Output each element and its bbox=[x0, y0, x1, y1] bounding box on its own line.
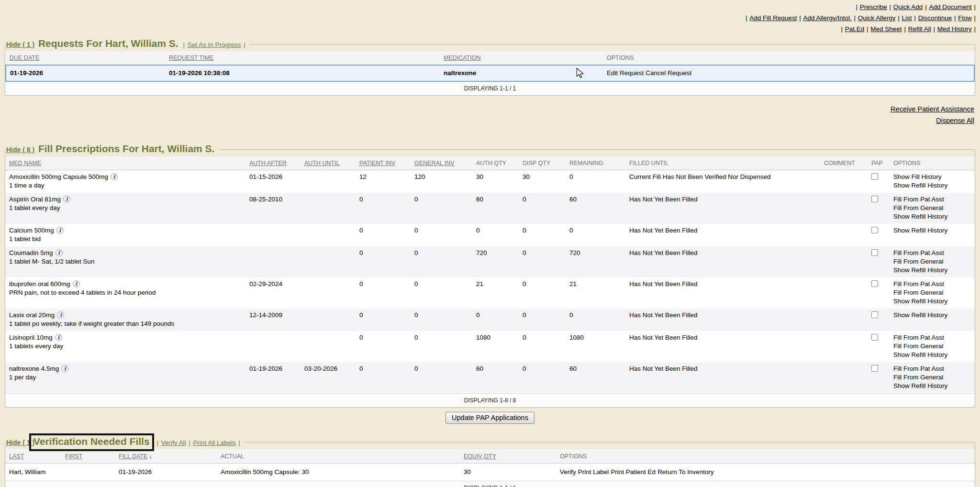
info-icon[interactable]: i bbox=[56, 249, 63, 256]
row-option-link[interactable]: Show Refill History bbox=[893, 382, 971, 390]
column-header-label[interactable]: AUTH UNTIL bbox=[304, 160, 340, 166]
info-icon[interactable]: i bbox=[111, 173, 118, 180]
nav-link-flow[interactable]: Flow bbox=[958, 14, 972, 22]
column-header-equiv-qty[interactable]: EQUIV QTY bbox=[460, 449, 556, 464]
row-option-link[interactable]: Fill From General bbox=[893, 288, 971, 297]
pap-cell bbox=[868, 309, 890, 331]
filled-until-cell: Has Not Yet Been Filled bbox=[625, 193, 820, 224]
verify-all-link[interactable]: Verify All bbox=[161, 439, 186, 446]
column-header-label[interactable]: EQUIV QTY bbox=[464, 453, 496, 460]
row-option-link[interactable]: Show Refill History bbox=[893, 226, 971, 235]
pap-checkbox[interactable] bbox=[871, 173, 878, 180]
info-icon[interactable]: i bbox=[56, 227, 64, 234]
column-header-label[interactable]: DUE DATE bbox=[10, 55, 39, 61]
remaining-cell: 0 bbox=[566, 170, 625, 193]
last-name-cell: Hart, William bbox=[5, 464, 61, 481]
nav-link-med-sheet[interactable]: Med Sheet bbox=[870, 25, 902, 33]
row-option-link[interactable]: Show Refill History bbox=[893, 212, 971, 221]
print-patient-ed-link[interactable]: Print Patient Ed bbox=[611, 468, 656, 476]
row-option-link[interactable]: Show Refill History bbox=[893, 297, 971, 306]
row-option-link[interactable]: Fill From Pat Asst bbox=[893, 195, 971, 204]
column-header-auth-after[interactable]: AUTH AFTER bbox=[245, 156, 301, 170]
column-header-label[interactable]: MEDICATION bbox=[444, 55, 481, 61]
row-option-link[interactable]: Show Refill History bbox=[893, 351, 971, 359]
separator: | bbox=[974, 3, 976, 11]
row-option-link[interactable]: Fill From Pat Asst bbox=[893, 333, 971, 342]
column-header-label[interactable]: AUTH AFTER bbox=[249, 160, 287, 166]
pap-checkbox[interactable] bbox=[871, 227, 878, 233]
column-header-fill-date[interactable]: FILL DATE↓ bbox=[115, 449, 217, 464]
column-header-label[interactable]: PATIENT INV bbox=[359, 160, 395, 166]
nav-link-quick-allergy[interactable]: Quick Allergy bbox=[858, 14, 896, 22]
comment-cell bbox=[820, 170, 868, 193]
column-header-auth-until[interactable]: AUTH UNTIL bbox=[301, 156, 356, 170]
row-option-link[interactable]: Show Fill History bbox=[893, 173, 971, 181]
column-header-label[interactable]: LAST bbox=[9, 453, 24, 460]
edit-request-link[interactable]: Edit Request bbox=[607, 69, 644, 77]
info-icon[interactable]: i bbox=[61, 365, 68, 372]
column-header-general-inv[interactable]: GENERAL INV bbox=[411, 156, 472, 170]
nav-link-prescribe[interactable]: Prescribe bbox=[860, 3, 887, 11]
info-icon[interactable]: i bbox=[63, 196, 70, 203]
pap-checkbox[interactable] bbox=[871, 311, 878, 318]
row-option-link[interactable]: Show Refill History bbox=[893, 266, 971, 275]
med-name-cell: Aspirin Oral 81mgi 1 tablet every day bbox=[5, 193, 245, 224]
row-option-link[interactable]: Fill From General bbox=[893, 204, 971, 212]
column-header-label[interactable]: REQUEST TIME bbox=[169, 55, 213, 61]
pap-checkbox[interactable] bbox=[871, 196, 878, 202]
column-header-patient-inv[interactable]: PATIENT INV bbox=[356, 156, 411, 170]
requests-header-row: DUE DATE REQUEST TIME MEDICATION OPTIONS bbox=[6, 51, 974, 65]
table-row[interactable]: 01-19-2026 01-19-2026 10:38:08 naltrexon… bbox=[6, 65, 974, 81]
row-option-link[interactable]: Fill From General bbox=[893, 342, 971, 351]
print-label-link[interactable]: Print Label bbox=[578, 468, 609, 476]
column-header-first[interactable]: FIRST bbox=[61, 449, 115, 464]
column-header-label[interactable]: GENERAL INV bbox=[414, 160, 455, 166]
dispense-all-link[interactable]: Dispense All bbox=[936, 117, 974, 124]
nav-link-discontinue[interactable]: Discontinue bbox=[918, 14, 952, 22]
column-header-due-date[interactable]: DUE DATE bbox=[6, 51, 165, 65]
column-header-label[interactable]: MED NAME bbox=[9, 160, 41, 166]
row-option-link[interactable]: Fill From Pat Asst bbox=[893, 365, 971, 373]
info-icon[interactable]: i bbox=[55, 334, 62, 341]
med-name-cell: naltrexone 4.5mgi 1 per day bbox=[5, 362, 245, 394]
nav-link-pat-ed[interactable]: Pat.Ed bbox=[845, 25, 865, 33]
row-option-link[interactable]: Fill From Pat Asst bbox=[893, 280, 971, 288]
auth-after-cell: 01-15-2026 bbox=[245, 170, 301, 193]
return-to-inventory-link[interactable]: Return To Inventory bbox=[657, 468, 714, 476]
row-option-link[interactable]: Show Refill History bbox=[893, 181, 971, 190]
disp-qty-cell: 0 bbox=[519, 331, 566, 362]
column-header-last[interactable]: LAST bbox=[5, 449, 61, 464]
nav-link-quick-add[interactable]: Quick Add bbox=[893, 3, 923, 11]
info-icon[interactable]: i bbox=[73, 280, 80, 288]
row-option-link[interactable]: Fill From General bbox=[893, 257, 971, 266]
row-option-link[interactable]: Fill From Pat Asst bbox=[893, 249, 971, 257]
nav-link-refill-all[interactable]: Refill All bbox=[908, 25, 931, 33]
cancel-request-link[interactable]: Cancel Request bbox=[646, 69, 691, 77]
pap-checkbox[interactable] bbox=[871, 334, 878, 341]
update-pap-applications-button[interactable]: Update PAP Applications bbox=[445, 412, 535, 424]
nav-link-med-history[interactable]: Med History bbox=[937, 25, 972, 33]
nav-link-add-fill-request[interactable]: Add Fill Request bbox=[749, 14, 797, 22]
print-all-labels-link[interactable]: Print All Labels bbox=[193, 439, 235, 446]
set-as-in-progress-link[interactable]: Set As In Progress bbox=[188, 41, 241, 48]
row-option-link[interactable]: Fill From General bbox=[893, 373, 971, 382]
requests-hide-link[interactable]: Hide ( 1 ) bbox=[6, 41, 34, 48]
verify-link[interactable]: Verify bbox=[560, 468, 576, 476]
row-option-link[interactable]: Show Refill History bbox=[893, 311, 971, 320]
column-header-label[interactable]: FIRST bbox=[65, 453, 82, 460]
nav-link-add-document[interactable]: Add Document bbox=[929, 3, 971, 11]
column-header-request-time[interactable]: REQUEST TIME bbox=[165, 51, 440, 65]
receive-patient-assistance-link[interactable]: Receive Patient Assistance bbox=[891, 105, 974, 113]
column-header-med-name[interactable]: MED NAME bbox=[5, 156, 245, 170]
nav-link-list[interactable]: List bbox=[902, 14, 912, 22]
pap-checkbox[interactable] bbox=[871, 365, 878, 372]
column-header-medication[interactable]: MEDICATION bbox=[440, 51, 603, 65]
fill-hide-link[interactable]: Hide ( 8 ) bbox=[6, 146, 34, 154]
pap-checkbox[interactable] bbox=[871, 249, 878, 256]
fill-prescriptions-table: MED NAME AUTH AFTER AUTH UNTIL PATIENT I… bbox=[5, 156, 975, 407]
pap-checkbox[interactable] bbox=[871, 280, 878, 287]
info-icon[interactable]: i bbox=[57, 311, 64, 319]
comment-cell bbox=[820, 193, 868, 224]
column-header-label[interactable]: FILL DATE bbox=[119, 453, 147, 460]
nav-link-add-allergy[interactable]: Add Allergy/Intol. bbox=[803, 14, 851, 22]
